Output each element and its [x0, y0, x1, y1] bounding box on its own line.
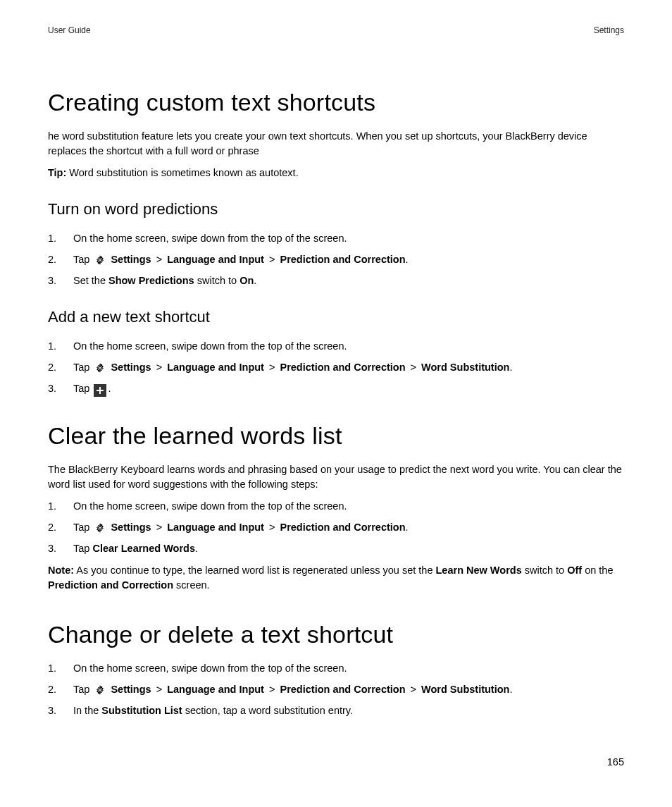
bold-off: Off	[567, 565, 582, 576]
bold-prediction-correction: Prediction and Correction	[280, 362, 405, 373]
note-label: Note:	[48, 565, 74, 576]
bold-language-input: Language and Input	[167, 684, 264, 695]
step-text-c: .	[195, 543, 198, 554]
steps-change-delete: 1.On the home screen, swipe down from th…	[48, 661, 624, 718]
step-text-c: switch to	[194, 275, 239, 286]
breadcrumb-sep: >	[269, 362, 275, 373]
heading-add-shortcut: Add a new text shortcut	[48, 308, 624, 326]
list-item: 3.Tap .	[48, 381, 624, 397]
step-text-a: Tap	[73, 543, 92, 554]
step-text: On the home screen, swipe down from the …	[73, 233, 347, 244]
step-text-c: section, tap a word substitution entry.	[182, 705, 353, 716]
step-text: On the home screen, swipe down from the …	[73, 500, 347, 512]
step-number: 3.	[48, 273, 56, 288]
note-c: switch to	[522, 565, 567, 576]
bold-word-substitution: Word Substitution	[421, 684, 509, 695]
list-item: 2.Tap Settings > Language and Input > Pr…	[48, 520, 624, 535]
bold-prediction-correction: Prediction and Correction	[280, 254, 405, 265]
gear-icon	[94, 522, 106, 534]
breadcrumb-sep: >	[156, 684, 162, 695]
bold-show-predictions: Show Predictions	[108, 275, 194, 286]
tip-text: Word substitution is sometimes known as …	[66, 167, 298, 178]
bold-prediction-correction: Prediction and Correction	[280, 522, 405, 533]
bold-settings: Settings	[111, 522, 151, 533]
step-number: 1.	[48, 339, 56, 354]
header-right: Settings	[594, 25, 624, 35]
bold-learn-new-words: Learn New Words	[436, 565, 522, 576]
heading-turn-on-predictions: Turn on word predictions	[48, 200, 624, 218]
step-number: 3.	[48, 541, 56, 556]
bold-settings: Settings	[111, 254, 151, 265]
bold-substitution-list: Substitution List	[101, 705, 182, 716]
breadcrumb-sep: >	[156, 522, 162, 533]
step-text-pre: Tap	[73, 383, 92, 394]
breadcrumb-sep: >	[269, 254, 275, 265]
tip-block: Tip: Word substitution is sometimes know…	[48, 166, 624, 180]
list-item: 1.On the home screen, swipe down from th…	[48, 231, 624, 246]
step-text-a: In the	[73, 705, 101, 716]
bold-language-input: Language and Input	[167, 522, 264, 533]
step-text-pre: Tap	[73, 522, 92, 533]
list-item: 1.On the home screen, swipe down from th…	[48, 339, 624, 354]
steps-clear-learned: 1.On the home screen, swipe down from th…	[48, 499, 624, 556]
heading-creating-shortcuts: Creating custom text shortcuts	[48, 89, 624, 116]
page-number: 165	[607, 756, 624, 768]
step-number: 2.	[48, 682, 56, 697]
step-text-pre: Tap	[73, 254, 92, 265]
header-left: User Guide	[48, 25, 91, 35]
step-number: 1.	[48, 231, 56, 246]
note-block: Note: As you continue to type, the learn…	[48, 563, 624, 593]
step-number: 3.	[48, 703, 56, 718]
intro-paragraph: he word substitution feature lets you cr…	[48, 129, 624, 159]
breadcrumb-sep: >	[411, 362, 416, 373]
heading-change-delete-shortcut: Change or delete a text shortcut	[48, 621, 624, 648]
note-g: screen.	[173, 579, 210, 591]
bold-prediction-correction: Prediction and Correction	[48, 579, 173, 591]
list-item: 1.On the home screen, swipe down from th…	[48, 499, 624, 514]
step-text-post: .	[108, 383, 111, 394]
bold-language-input: Language and Input	[167, 254, 264, 265]
bold-settings: Settings	[111, 362, 151, 373]
list-item: 2.Tap Settings > Language and Input > Pr…	[48, 360, 624, 375]
step-text: On the home screen, swipe down from the …	[73, 340, 347, 352]
list-item: 3.In the Substitution List section, tap …	[48, 703, 624, 718]
steps-add-shortcut: 1.On the home screen, swipe down from th…	[48, 339, 624, 397]
breadcrumb-sep: >	[269, 684, 275, 695]
gear-icon	[94, 684, 106, 696]
step-text: On the home screen, swipe down from the …	[73, 663, 347, 674]
page-header: User Guide Settings	[48, 25, 624, 35]
note-e: on the	[582, 565, 613, 576]
list-item: 3.Tap Clear Learned Words.	[48, 541, 624, 556]
breadcrumb-sep: >	[156, 362, 162, 373]
bold-settings: Settings	[111, 684, 151, 695]
step-number: 1.	[48, 661, 56, 676]
step-text-e: .	[254, 275, 256, 286]
list-item: 3.Set the Show Predictions switch to On.	[48, 273, 624, 288]
step-text-pre: Tap	[73, 684, 92, 695]
tip-label: Tip:	[48, 167, 66, 178]
step-number: 2.	[48, 520, 56, 535]
list-item: 1.On the home screen, swipe down from th…	[48, 661, 624, 676]
bold-clear-learned: Clear Learned Words	[92, 543, 195, 554]
steps-turn-on-predictions: 1.On the home screen, swipe down from th…	[48, 231, 624, 288]
breadcrumb-sep: >	[411, 684, 416, 695]
list-item: 2.Tap Settings > Language and Input > Pr…	[48, 252, 624, 267]
list-item: 2.Tap Settings > Language and Input > Pr…	[48, 682, 624, 697]
breadcrumb-sep: >	[269, 522, 275, 533]
bold-on: On	[239, 275, 254, 286]
step-number: 2.	[48, 360, 56, 375]
gear-icon	[94, 362, 106, 374]
plus-icon	[94, 384, 106, 397]
heading-clear-learned-words: Clear the learned words list	[48, 422, 624, 450]
step-number: 2.	[48, 252, 56, 267]
intro-paragraph: The BlackBerry Keyboard learns words and…	[48, 462, 624, 492]
note-a: As you continue to type, the learned wor…	[74, 565, 435, 576]
step-number: 1.	[48, 499, 56, 514]
gear-icon	[94, 254, 106, 266]
bold-prediction-correction: Prediction and Correction	[280, 684, 405, 695]
step-text-pre: Tap	[73, 362, 92, 373]
bold-word-substitution: Word Substitution	[421, 362, 509, 373]
bold-language-input: Language and Input	[167, 362, 264, 373]
step-text-a: Set the	[73, 275, 108, 286]
step-number: 3.	[48, 381, 56, 396]
